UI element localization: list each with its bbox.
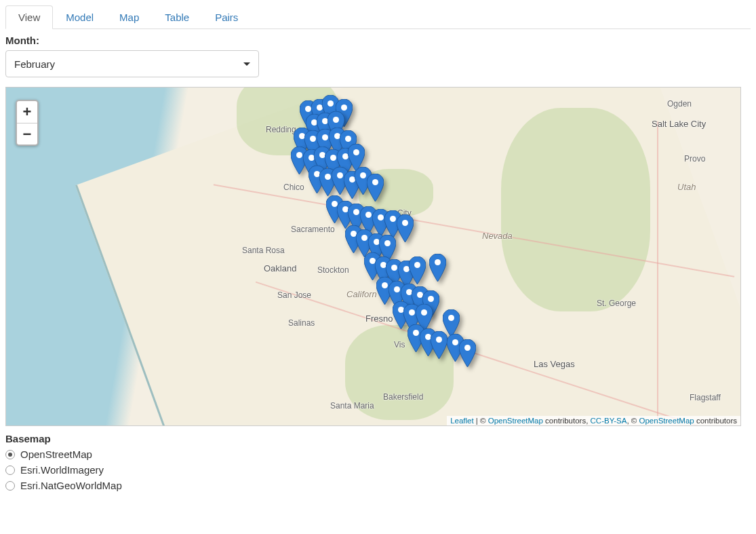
- map-marker[interactable]: [409, 256, 426, 284]
- svg-point-19: [325, 174, 331, 180]
- svg-point-8: [310, 136, 316, 142]
- license-link[interactable]: CC-BY-SA: [591, 417, 627, 425]
- svg-point-30: [402, 220, 408, 226]
- month-selected-value: February: [14, 58, 55, 70]
- map-attribution: Leaflet | © OpenStreetMap contributors, …: [447, 416, 740, 425]
- map-marker[interactable]: [459, 339, 476, 367]
- tab-model[interactable]: Model: [53, 5, 106, 29]
- tab-label: View: [18, 12, 40, 23]
- basemap-option[interactable]: Esri.NatGeoWorldMap: [5, 480, 751, 491]
- map-viewport[interactable]: + − ReddingChicoSacramentoCarson CitySan…: [5, 87, 741, 426]
- terrain: [501, 108, 650, 311]
- tab-bar: View Model Map Table Pairs: [5, 5, 751, 29]
- road: [657, 121, 658, 420]
- basemap-option[interactable]: Esri.WorldImagery: [5, 464, 751, 476]
- svg-point-6: [333, 117, 339, 123]
- tab-table[interactable]: Table: [152, 5, 202, 29]
- svg-point-23: [372, 179, 378, 185]
- map-marker[interactable]: [367, 174, 384, 202]
- svg-point-29: [390, 216, 396, 222]
- map-marker[interactable]: [431, 331, 447, 359]
- map-marker[interactable]: [397, 214, 414, 242]
- basemap-option-label: Esri.NatGeoWorldMap: [20, 480, 122, 491]
- month-select[interactable]: February: [5, 50, 259, 77]
- svg-point-9: [322, 134, 328, 140]
- svg-point-42: [394, 286, 400, 292]
- svg-point-47: [409, 309, 415, 316]
- svg-point-52: [436, 337, 442, 343]
- tab-label: Table: [165, 12, 189, 23]
- svg-point-40: [435, 259, 441, 265]
- basemap-option-label: OpenStreetMap: [20, 449, 92, 460]
- svg-point-20: [337, 172, 343, 178]
- radio-icon[interactable]: [5, 450, 15, 459]
- tab-label: Model: [66, 12, 94, 23]
- tab-label: Pairs: [215, 12, 238, 23]
- caret-down-icon: [243, 62, 250, 66]
- tab-map[interactable]: Map: [106, 5, 152, 29]
- svg-point-39: [414, 262, 420, 268]
- svg-point-26: [353, 209, 359, 215]
- svg-point-41: [382, 282, 388, 288]
- leaflet-link[interactable]: Leaflet: [450, 417, 474, 425]
- osm-link-2[interactable]: OpenStreetMap: [639, 417, 694, 425]
- tab-pairs[interactable]: Pairs: [202, 5, 251, 29]
- svg-point-32: [361, 235, 367, 241]
- map-city-label: Ogden: [667, 99, 692, 109]
- svg-point-50: [413, 330, 419, 336]
- svg-point-22: [360, 172, 366, 178]
- basemap-option-label: Esri.WorldImagery: [20, 464, 104, 476]
- basemap-title: Basemap: [5, 433, 751, 444]
- svg-point-3: [341, 104, 347, 111]
- svg-point-54: [464, 345, 471, 351]
- month-label: Month:: [5, 35, 751, 46]
- map-marker[interactable]: [429, 254, 446, 282]
- svg-point-12: [296, 152, 302, 158]
- zoom-in-button[interactable]: +: [17, 101, 37, 123]
- tab-label: Map: [119, 12, 139, 23]
- minus-icon: −: [23, 126, 32, 143]
- svg-point-0: [305, 106, 311, 112]
- zoom-out-button[interactable]: −: [17, 123, 37, 145]
- svg-point-53: [452, 339, 458, 345]
- plus-icon: +: [23, 103, 32, 121]
- svg-point-34: [384, 240, 391, 246]
- svg-point-28: [378, 214, 384, 221]
- svg-point-15: [330, 155, 336, 161]
- svg-point-37: [391, 265, 397, 271]
- svg-point-2: [327, 100, 334, 107]
- osm-link[interactable]: OpenStreetMap: [488, 417, 543, 425]
- svg-point-27: [365, 212, 372, 218]
- radio-icon[interactable]: [5, 465, 15, 475]
- svg-point-49: [448, 315, 454, 321]
- tab-view[interactable]: View: [5, 5, 53, 29]
- svg-point-48: [421, 309, 427, 316]
- svg-point-45: [428, 296, 434, 302]
- basemap-option[interactable]: OpenStreetMap: [5, 449, 751, 460]
- radio-icon[interactable]: [5, 481, 15, 491]
- svg-point-11: [345, 136, 351, 142]
- svg-point-17: [353, 149, 359, 155]
- zoom-control: + −: [16, 100, 39, 146]
